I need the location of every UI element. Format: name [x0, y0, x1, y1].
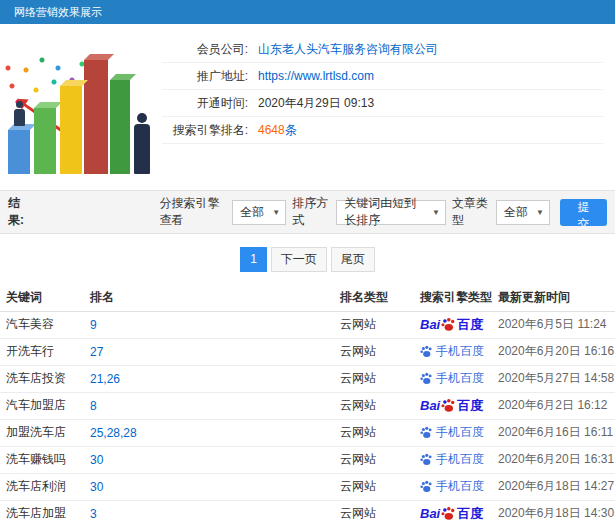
- header-update-time: 最新更新时间: [492, 285, 615, 311]
- baidu-logo: Bai百度: [420, 505, 483, 520]
- submit-button[interactable]: 提交: [560, 199, 607, 226]
- update-time-cell: 2020年6月18日 14:27: [498, 479, 614, 493]
- info-row-company: 会员公司: 山东老人头汽车服务咨询有限公司: [162, 36, 603, 63]
- update-time-cell: 2020年6月18日 14:30: [498, 506, 614, 520]
- update-time-cell: 2020年5月27日 14:58: [498, 371, 614, 385]
- baidu-paw-icon: [441, 317, 456, 332]
- rank-link[interactable]: 8: [90, 399, 97, 413]
- sort-filter-select[interactable]: 关键词由短到长排序 ▼: [336, 200, 446, 225]
- keyword-cell: 洗车店加盟: [6, 506, 66, 520]
- chart-bar-blue: [8, 130, 30, 174]
- rank-link[interactable]: 3: [90, 507, 97, 520]
- rank-link[interactable]: 25,28,28: [90, 426, 137, 440]
- rank-type-cell: 云网站: [340, 344, 376, 358]
- baidu-paw-icon: [420, 372, 433, 385]
- info-row-url: 推广地址: https://www.lrtlsd.com: [162, 63, 603, 90]
- chevron-down-icon: ▼: [536, 208, 544, 217]
- result-label: 结果:: [8, 195, 31, 229]
- chart-bar-yellow: [60, 86, 82, 174]
- keyword-cell: 加盟洗车店: [6, 425, 66, 439]
- company-label: 会员公司:: [162, 41, 248, 58]
- chart-bar-green: [34, 108, 56, 174]
- rank-link[interactable]: 30: [90, 480, 103, 494]
- rank-link[interactable]: 27: [90, 345, 103, 359]
- engine-filter-value: 全部: [240, 204, 264, 221]
- filter-bar: 结果: 分搜索引擎查看 全部 ▼ 排序方式 关键词由短到长排序 ▼ 文章类型 全…: [0, 190, 615, 234]
- mobile-baidu-text: 手机百度: [436, 370, 484, 387]
- chevron-down-icon: ▼: [272, 208, 280, 217]
- baidu-paw-icon: [420, 480, 433, 493]
- info-row-open-time: 开通时间: 2020年4月29日 09:13: [162, 90, 603, 117]
- table-row: 汽车美容9云网站Bai百度2020年6月5日 11:24: [0, 311, 615, 338]
- table-row: 加盟洗车店25,28,28云网站手机百度2020年6月16日 16:11: [0, 419, 615, 446]
- table-row: 洗车店加盟3云网站Bai百度2020年6月18日 14:30: [0, 500, 615, 520]
- table-row: 洗车赚钱吗30云网站手机百度2020年6月20日 16:31: [0, 446, 615, 473]
- sort-filter-label: 排序方式: [292, 195, 330, 229]
- rank-count-value: 4648: [258, 123, 285, 137]
- rank-type-cell: 云网站: [340, 317, 376, 331]
- update-time-cell: 2020年6月2日 16:12: [498, 398, 607, 412]
- baidu-paw-icon: [420, 345, 433, 358]
- last-page-button[interactable]: 尾页: [331, 247, 375, 272]
- baidu-paw-icon: [420, 426, 433, 439]
- mobile-baidu-text: 手机百度: [436, 451, 484, 468]
- rank-link[interactable]: 21,26: [90, 372, 120, 386]
- header-rank: 排名: [84, 285, 334, 311]
- bar-chart-illustration: [0, 24, 162, 190]
- keyword-cell: 开洗车行: [6, 344, 54, 358]
- baidu-logo-bai: Bai: [420, 506, 440, 520]
- filter-controls: 分搜索引擎查看 全部 ▼ 排序方式 关键词由短到长排序 ▼ 文章类型 全部 ▼ …: [159, 195, 607, 229]
- promo-url-link[interactable]: https://www.lrtlsd.com: [258, 69, 374, 83]
- table-row: 汽车加盟店8云网站Bai百度2020年6月2日 16:12: [0, 392, 615, 419]
- mobile-baidu-label: 手机百度: [420, 343, 484, 360]
- engine-filter-select[interactable]: 全部 ▼: [232, 200, 286, 225]
- mobile-baidu-text: 手机百度: [436, 478, 484, 495]
- mobile-baidu-text: 手机百度: [436, 343, 484, 360]
- table-row: 洗车店投资21,26云网站手机百度2020年5月27日 14:58: [0, 365, 615, 392]
- baidu-logo-du: 百度: [457, 505, 483, 520]
- mobile-baidu-text: 手机百度: [436, 424, 484, 441]
- keyword-cell: 洗车赚钱吗: [6, 452, 66, 466]
- rank-count-label: 搜索引擎排名:: [162, 122, 248, 139]
- rank-link[interactable]: 30: [90, 453, 103, 467]
- chart-bar-green-tall: [110, 80, 130, 174]
- rank-type-cell: 云网站: [340, 425, 376, 439]
- update-time-cell: 2020年6月5日 11:24: [498, 317, 607, 331]
- page-header: 网络营销效果展示: [0, 0, 615, 24]
- rank-type-cell: 云网站: [340, 506, 376, 520]
- rank-type-cell: 云网站: [340, 452, 376, 466]
- baidu-paw-icon: [420, 453, 433, 466]
- open-time-label: 开通时间:: [162, 95, 248, 112]
- rank-link[interactable]: 9: [90, 318, 97, 332]
- rank-count-unit[interactable]: 条: [285, 122, 297, 139]
- company-link[interactable]: 山东老人头汽车服务咨询有限公司: [258, 41, 438, 58]
- baidu-logo-du: 百度: [457, 397, 483, 415]
- page-button-current[interactable]: 1: [240, 247, 267, 272]
- baidu-logo-bai: Bai: [420, 398, 440, 413]
- keyword-cell: 洗车店利润: [6, 479, 66, 493]
- update-time-cell: 2020年6月20日 16:31: [498, 452, 614, 466]
- header-keyword: 关键词: [0, 285, 84, 311]
- page-title: 网络营销效果展示: [14, 6, 102, 18]
- type-filter-label: 文章类型: [452, 195, 490, 229]
- keyword-rank-table: 关键词 排名 排名类型 搜索引擎类型 最新更新时间 汽车美容9云网站Bai百度2…: [0, 285, 615, 520]
- header-rank-type: 排名类型: [334, 285, 414, 311]
- next-page-button[interactable]: 下一页: [271, 247, 327, 272]
- table-row: 开洗车行27云网站手机百度2020年6月20日 16:16: [0, 338, 615, 365]
- baidu-logo-du: 百度: [457, 316, 483, 334]
- baidu-paw-icon: [441, 506, 456, 520]
- rank-type-cell: 云网站: [340, 479, 376, 493]
- chevron-down-icon: ▼: [432, 208, 440, 217]
- type-filter-select[interactable]: 全部 ▼: [496, 200, 550, 225]
- member-info: 会员公司: 山东老人头汽车服务咨询有限公司 推广地址: https://www.…: [162, 24, 615, 190]
- engine-filter-label: 分搜索引擎查看: [159, 195, 226, 229]
- person-figure-large: [134, 124, 150, 174]
- sort-filter-value: 关键词由短到长排序: [344, 195, 427, 229]
- table-header-row: 关键词 排名 排名类型 搜索引擎类型 最新更新时间: [0, 285, 615, 311]
- type-filter-value: 全部: [504, 204, 528, 221]
- keyword-cell: 洗车店投资: [6, 371, 66, 385]
- rank-type-cell: 云网站: [340, 371, 376, 385]
- mobile-baidu-label: 手机百度: [420, 370, 484, 387]
- mobile-baidu-label: 手机百度: [420, 424, 484, 441]
- baidu-logo: Bai百度: [420, 397, 483, 415]
